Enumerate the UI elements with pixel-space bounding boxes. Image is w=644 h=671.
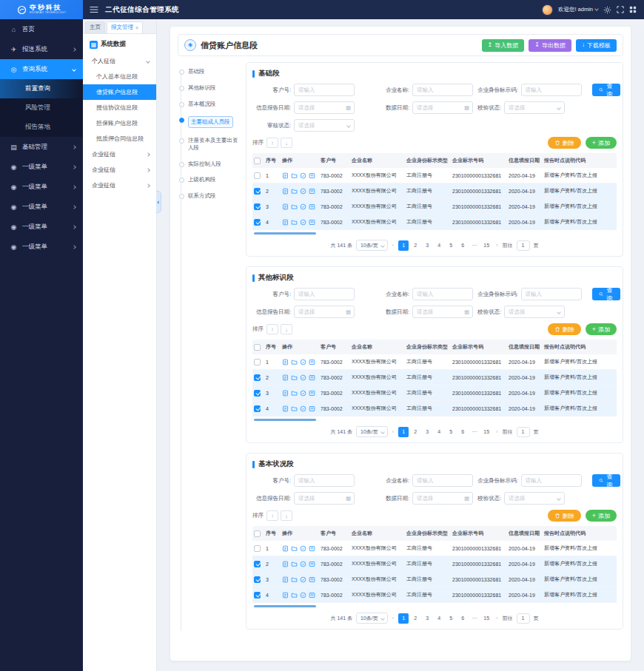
anchor-item[interactable]: 注册资本及主要出资人段: [179, 137, 243, 161]
page-number[interactable]: 3: [422, 427, 432, 437]
horizontal-scrollbar[interactable]: [254, 605, 316, 607]
list-icon[interactable]: [309, 374, 315, 381]
table-row[interactable]: 1 783-0002: [252, 541, 617, 556]
goto-page-input[interactable]: 1: [517, 613, 530, 624]
anchor-item[interactable]: 基本概况段: [179, 101, 243, 117]
sort-ascending-button[interactable]: ↑: [266, 324, 278, 334]
file-icon[interactable]: [282, 561, 289, 567]
field-input[interactable]: [413, 104, 472, 111]
goto-page-input[interactable]: 1: [517, 240, 530, 251]
sidebar-subitem[interactable]: 风险管理: [0, 98, 83, 118]
nav-group[interactable]: 企业征信: [83, 178, 156, 193]
row-checkbox[interactable]: [254, 592, 261, 598]
action-button[interactable]: ↓ 下载模板: [576, 39, 617, 52]
row-checkbox[interactable]: [254, 576, 261, 583]
page-number[interactable]: 6: [457, 613, 468, 624]
field-input[interactable]: [522, 87, 581, 93]
field-input[interactable]: [505, 104, 564, 111]
check-circle-icon[interactable]: [300, 172, 306, 179]
list-icon[interactable]: [309, 545, 315, 552]
file-icon[interactable]: [282, 592, 289, 598]
folder-icon[interactable]: [291, 576, 298, 583]
table-row[interactable]: 4 783-0002: [252, 587, 617, 603]
list-icon[interactable]: [309, 172, 315, 179]
table-row[interactable]: 3 783-0002: [252, 199, 617, 215]
file-icon[interactable]: [282, 359, 289, 365]
page-number[interactable]: 6: [457, 427, 468, 437]
file-icon[interactable]: [282, 188, 289, 195]
sort-descending-button[interactable]: ↓: [281, 138, 292, 148]
page-number[interactable]: 5: [446, 613, 456, 624]
field-input[interactable]: [522, 291, 581, 297]
sidebar-item[interactable]: ◉ 一级菜单: [0, 157, 83, 177]
tab[interactable]: 报文管理 ×: [107, 21, 143, 33]
page-number[interactable]: 4: [434, 427, 444, 437]
sidebar-subitem[interactable]: 前置查询: [0, 79, 83, 98]
close-icon[interactable]: ×: [135, 25, 138, 30]
list-icon[interactable]: [309, 390, 315, 397]
row-checkbox[interactable]: [254, 219, 261, 226]
row-checkbox[interactable]: [254, 405, 261, 412]
sidebar-item[interactable]: ◎ 查询系统: [0, 59, 83, 79]
prev-page-button[interactable]: ‹: [392, 243, 395, 248]
gear-icon[interactable]: [603, 6, 611, 14]
folder-icon[interactable]: [291, 390, 298, 397]
page-number[interactable]: 6: [457, 240, 468, 251]
row-checkbox[interactable]: [254, 374, 261, 381]
query-button[interactable]: 查询: [592, 84, 620, 96]
file-icon[interactable]: [282, 374, 289, 381]
avatar[interactable]: [542, 4, 553, 16]
page-size-select[interactable]: 10条/页: [356, 240, 388, 251]
page-number[interactable]: 2: [410, 613, 420, 624]
table-row[interactable]: 1 783-0002: [252, 354, 617, 370]
sort-descending-button[interactable]: ↓: [281, 510, 292, 521]
page-number[interactable]: 2: [410, 427, 420, 437]
folder-icon[interactable]: [291, 359, 298, 365]
nav-group[interactable]: 企业征信: [83, 162, 156, 178]
list-icon[interactable]: [309, 203, 315, 210]
page-number[interactable]: ···: [469, 427, 480, 437]
field-input[interactable]: [413, 477, 472, 484]
nav-item[interactable]: 个人基本信息段: [83, 69, 156, 84]
anchor-item[interactable]: 基础段: [179, 68, 243, 84]
delete-button[interactable]: 删除: [548, 137, 581, 149]
check-circle-icon[interactable]: [300, 545, 306, 552]
list-icon[interactable]: [309, 188, 315, 195]
anchor-item[interactable]: 主要组成人员段: [179, 116, 243, 137]
file-icon[interactable]: [282, 203, 289, 210]
sidebar-item[interactable]: ◉ 一级菜单: [0, 177, 83, 197]
delete-button[interactable]: 删除: [548, 323, 581, 335]
table-row[interactable]: 3 783-0002: [252, 385, 617, 401]
row-checkbox[interactable]: [254, 390, 261, 397]
page-number[interactable]: 15: [481, 240, 492, 251]
page-number[interactable]: 1: [398, 427, 409, 437]
folder-icon[interactable]: [291, 405, 298, 412]
page-number[interactable]: ···: [469, 613, 480, 624]
row-checkbox[interactable]: [254, 188, 261, 195]
check-circle-icon[interactable]: [300, 390, 306, 397]
folder-icon[interactable]: [291, 374, 298, 381]
prev-page-button[interactable]: ‹: [392, 616, 395, 621]
sidebar-item[interactable]: ◉ 一级菜单: [0, 237, 83, 257]
collapse-handle[interactable]: [156, 191, 161, 213]
nav-item[interactable]: 借贷账户信息段: [83, 84, 156, 100]
table-row[interactable]: 1 783-0002: [252, 168, 617, 183]
anchor-item[interactable]: 上级机构段: [179, 176, 243, 192]
page-number[interactable]: 3: [422, 613, 432, 624]
check-circle-icon[interactable]: [300, 374, 306, 381]
goto-page-input[interactable]: 1: [517, 427, 530, 437]
nav-item[interactable]: 授信协议信息段: [83, 100, 156, 115]
field-input[interactable]: [295, 308, 354, 315]
nav-item[interactable]: 抵质押合同信息段: [83, 131, 156, 146]
check-circle-icon[interactable]: [300, 592, 306, 598]
select-all-checkbox[interactable]: [254, 530, 261, 537]
folder-icon[interactable]: [291, 188, 298, 195]
sidebar-item[interactable]: ◉ 一级菜单: [0, 197, 83, 217]
sidebar-subitem[interactable]: 报告落地: [0, 118, 83, 137]
sidebar-item[interactable]: ⌂ 首页: [0, 19, 83, 39]
hamburger-menu-icon[interactable]: [90, 6, 98, 13]
field-input[interactable]: [295, 477, 354, 484]
field-input[interactable]: [413, 291, 472, 297]
grid-apps-icon[interactable]: [629, 6, 637, 13]
field-input[interactable]: [295, 495, 354, 502]
